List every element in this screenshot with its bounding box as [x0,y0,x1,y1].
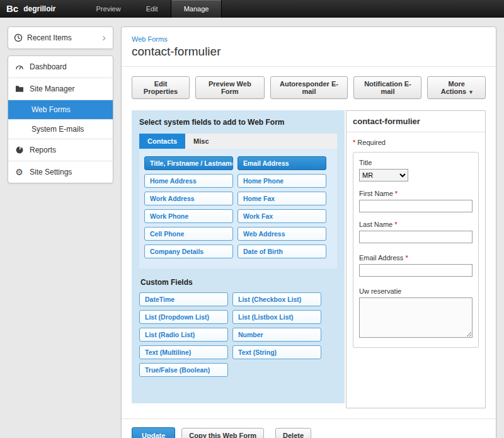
field-button-web-address[interactable]: Web Address [238,227,326,241]
title-label: Title [359,159,472,166]
field-button-home-phone[interactable]: Home Phone [238,174,326,188]
autoresponder-email-button[interactable]: Autoresponder E-mail [270,76,348,99]
sidebar: Recent Items › Dashboard Site Manager We… [8,26,113,183]
top-nav-manage[interactable]: Manage [171,0,222,18]
field-button-list-checkbox[interactable]: List (Checkbox List) [232,292,321,306]
sidebar-item-label: Site Manager [30,84,74,93]
sidebar-item-label: Reports [30,146,56,154]
sidebar-item-web-forms[interactable]: Web Forms [8,100,113,120]
reservation-label: Uw reservatie [359,287,472,295]
sidebar-item-dashboard[interactable]: Dashboard [8,56,113,78]
delete-button[interactable]: Delete [275,428,311,438]
fields-panel-heading: Select system fields to add to Web Form [139,118,337,127]
clock-icon [13,33,23,42]
dashboard-icon [14,62,24,71]
required-marker: * [405,254,408,262]
sidebar-nav: Dashboard Site Manager Web Forms System … [8,55,113,183]
topbar: Bc degrilloir Preview Edit Manage [0,0,504,18]
update-button[interactable]: Update [132,427,175,438]
sidebar-item-label: Web Forms [32,105,71,114]
contacts-tab-content: Title, Firstname / Lastname Email Addres… [139,149,337,268]
field-button-text-multiline[interactable]: Text (Multiline) [139,345,228,359]
field-button-list-radio[interactable]: List (Radio List) [139,328,228,342]
edit-properties-button[interactable]: Edit Properties [132,76,190,99]
top-nav-edit[interactable]: Edit [134,0,171,18]
sidebar-item-reports[interactable]: Reports [8,139,113,161]
reservation-field: Uw reservatie [359,287,472,340]
sidebar-item-system-emails[interactable]: System E-mails [8,120,113,139]
notification-email-button[interactable]: Notification E-mail [353,76,421,99]
tab-misc[interactable]: Misc [185,134,217,149]
sidebar-item-label: Dashboard [30,62,67,71]
field-button-cell-phone[interactable]: Cell Phone [144,227,233,241]
required-note-label: Required [357,139,386,146]
more-actions-label: More Actions [441,80,466,95]
main-panel: Web Forms contact-formulier Edit Propert… [121,26,496,438]
pie-chart-icon [14,146,24,154]
email-address-input[interactable] [359,264,472,277]
footer-actions: Update Copy this Web Form Delete [122,418,496,438]
field-button-email-address[interactable]: Email Address [238,156,326,170]
field-button-datetime[interactable]: DateTime [139,292,228,306]
field-button-number[interactable]: Number [232,328,321,342]
last-name-label: Last Name * [359,221,472,228]
recent-items-button[interactable]: Recent Items › [8,26,113,49]
field-button-true-false[interactable]: True/False (Boolean) [139,363,228,377]
title-select[interactable]: MR [359,169,408,182]
page-title: contact-formulier [132,45,486,59]
first-name-label: First Name * [359,190,472,197]
last-name-field: Last Name * [359,221,472,243]
page-layout: Recent Items › Dashboard Site Manager We… [0,18,504,438]
field-button-list-listbox[interactable]: List (Listbox List) [232,310,321,324]
required-marker: * [353,139,355,146]
folder-icon [14,85,24,93]
chevron-right-icon: › [102,32,108,44]
fields-tabs: Contacts Misc [139,134,337,149]
toolbar: Edit Properties Preview Web Form Autores… [132,76,486,99]
field-button-work-phone[interactable]: Work Phone [144,209,233,223]
field-button-date-of-birth[interactable]: Date of Birth [238,245,326,258]
last-name-input[interactable] [359,231,472,243]
breadcrumb[interactable]: Web Forms [132,35,168,43]
copy-web-form-button[interactable]: Copy this Web Form [181,428,264,438]
email-address-label: Email Address * [359,254,472,262]
custom-fields-heading: Custom Fields [140,278,337,287]
custom-fields-grid: DateTime List (Checkbox List) List (Drop… [139,292,337,377]
top-nav: Preview Edit Manage [84,0,222,18]
required-note: * Required [353,139,479,146]
form-preview-body: * Required Title MR First Name * [346,132,485,354]
more-actions-button[interactable]: More Actions▾ [427,76,486,99]
field-button-company-details[interactable]: Company Details [144,245,233,258]
system-fields-grid: Title, Firstname / Lastname Email Addres… [144,156,332,258]
first-name-field: First Name * [359,190,472,212]
recent-items-label: Recent Items [27,33,102,42]
tab-contacts[interactable]: Contacts [139,134,185,149]
required-marker: * [394,221,397,228]
site-name: degrilloir [21,0,60,18]
first-name-input[interactable] [359,200,472,212]
sidebar-item-site-settings[interactable]: ⚙ Site Settings [8,161,113,183]
form-preview-title: contact-formulier [346,111,485,132]
content-panels: Select system fields to add to Web Form … [132,110,486,408]
bc-logo[interactable]: Bc [0,0,21,18]
caret-down-icon: ▾ [469,89,472,95]
preview-web-form-button[interactable]: Preview Web Form [195,76,264,99]
field-button-title-firstname-lastname[interactable]: Title, Firstname / Lastname [144,156,233,170]
form-preview-box: Title MR First Name * Last Name * [353,152,479,348]
sidebar-item-site-manager[interactable]: Site Manager [8,78,113,100]
field-button-home-address[interactable]: Home Address [144,174,233,188]
field-button-text-string[interactable]: Text (String) [232,345,321,359]
divider [122,66,496,67]
top-nav-preview[interactable]: Preview [84,0,134,18]
field-button-list-dropdown[interactable]: List (Dropdown List) [139,310,228,324]
email-address-field: Email Address * [359,254,472,277]
reservation-textarea[interactable] [359,297,472,338]
form-preview-panel: contact-formulier * Required Title MR [346,110,486,408]
field-button-work-fax[interactable]: Work Fax [238,209,326,223]
sidebar-item-label: System E-mails [32,125,84,134]
title-field: Title MR [359,159,472,182]
sidebar-item-label: Site Settings [30,168,72,176]
field-button-home-fax[interactable]: Home Fax [238,192,326,205]
gear-icon: ⚙ [14,168,24,176]
field-button-work-address[interactable]: Work Address [144,192,233,205]
